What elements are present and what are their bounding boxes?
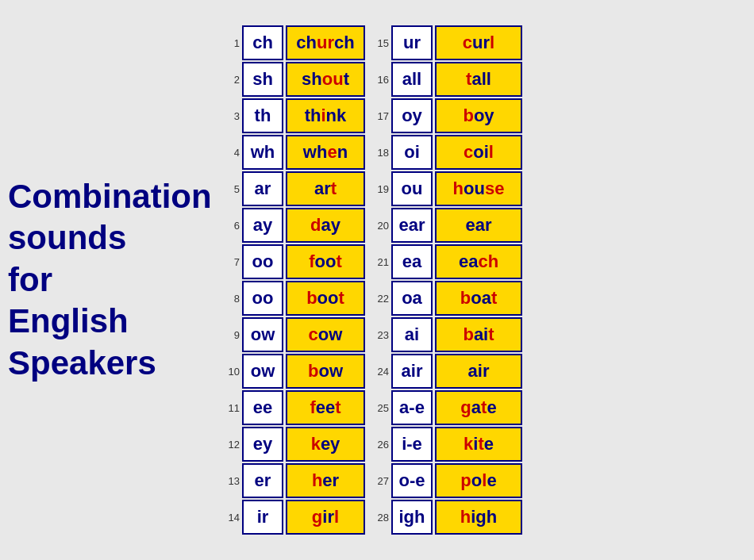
example-cell: girl (286, 500, 365, 535)
sound-cell: i-e (391, 427, 433, 462)
sound-cell: o-e (391, 463, 433, 498)
sound-cell: oo (242, 244, 283, 279)
table-row: 1chchurch (222, 25, 365, 60)
table-row: 6ayday (222, 208, 365, 243)
example-cell: key (286, 427, 365, 462)
left-table: 1chchurch2shshout3ththink4whwhen5arart6a… (222, 25, 365, 535)
sound-cell: sh (242, 62, 283, 97)
table-row: 22oaboat (371, 281, 522, 316)
table-row: 9owcow (222, 317, 365, 352)
table-row: 18oicoil (371, 135, 522, 170)
row-number: 26 (371, 439, 389, 451)
row-number: 28 (371, 512, 389, 524)
row-number: 6 (222, 220, 240, 232)
sound-cell: oa (391, 281, 433, 316)
row-number: 8 (222, 293, 240, 305)
table-row: 17oyboy (371, 98, 522, 133)
right-table: 15urcurl16alltall17oyboy18oicoil19ouhous… (371, 25, 522, 535)
example-cell: ear (435, 208, 522, 243)
row-number: 2 (222, 74, 240, 86)
row-number: 23 (371, 329, 389, 341)
row-number: 22 (371, 293, 389, 305)
example-cell: her (286, 463, 365, 498)
example-cell: bait (435, 317, 522, 352)
sound-cell: ow (242, 317, 283, 352)
row-number: 20 (371, 220, 389, 232)
example-cell: tall (435, 62, 522, 97)
example-cell: feet (286, 390, 365, 425)
table-row: 20earear (371, 208, 522, 243)
example-cell: each (435, 244, 522, 279)
table-row: 27o-epole (371, 463, 522, 498)
table-row: 5arart (222, 171, 365, 206)
row-number: 24 (371, 366, 389, 378)
sound-cell: oi (391, 135, 433, 170)
table-row: 19ouhouse (371, 171, 522, 206)
example-cell: coil (435, 135, 522, 170)
table-row: 13erher (222, 463, 365, 498)
sound-cell: ea (391, 244, 433, 279)
example-cell: boot (286, 281, 365, 316)
row-number: 19 (371, 183, 389, 195)
row-number: 18 (371, 147, 389, 159)
example-cell: boat (435, 281, 522, 316)
example-cell: shout (286, 62, 365, 97)
example-cell: think (286, 98, 365, 133)
row-number: 27 (371, 475, 389, 487)
example-cell: boy (435, 98, 522, 133)
table-section: 1chchurch2shshout3ththink4whwhen5arart6a… (222, 17, 530, 543)
row-number: 7 (222, 256, 240, 268)
example-cell: bow (286, 354, 365, 389)
sound-cell: er (242, 463, 283, 498)
row-number: 25 (371, 402, 389, 414)
table-row: 4whwhen (222, 135, 365, 170)
table-row: 26i-ekite (371, 427, 522, 462)
example-cell: kite (435, 427, 522, 462)
table-row: 11eefeet (222, 390, 365, 425)
row-number: 17 (371, 110, 389, 122)
table-row: 14irgirl (222, 500, 365, 535)
sound-cell: ir (242, 500, 283, 535)
example-cell: day (286, 208, 365, 243)
table-row: 23aibait (371, 317, 522, 352)
sound-cell: ch (242, 25, 283, 60)
example-cell: art (286, 171, 365, 206)
table-row: 7oofoot (222, 244, 365, 279)
row-number: 14 (222, 512, 240, 524)
example-cell: house (435, 171, 522, 206)
row-number: 9 (222, 329, 240, 341)
sound-cell: ou (391, 171, 433, 206)
row-number: 15 (371, 37, 389, 49)
table-row: 10owbow (222, 354, 365, 389)
table-row: 2shshout (222, 62, 365, 97)
sound-cell: th (242, 98, 283, 133)
sound-cell: ey (242, 427, 283, 462)
sound-cell: all (391, 62, 433, 97)
sound-cell: a-e (391, 390, 433, 425)
table-row: 15urcurl (371, 25, 522, 60)
sound-cell: wh (242, 135, 283, 170)
row-number: 5 (222, 183, 240, 195)
table-row: 21eaeach (371, 244, 522, 279)
example-cell: foot (286, 244, 365, 279)
example-cell: air (435, 354, 522, 389)
sound-cell: ee (242, 390, 283, 425)
page-title: CombinationsoundsforEnglishSpeakers (8, 176, 206, 385)
sound-cell: igh (391, 500, 433, 535)
row-number: 10 (222, 366, 240, 378)
sound-cell: air (391, 354, 433, 389)
example-cell: curl (435, 25, 522, 60)
example-cell: church (286, 25, 365, 60)
table-row: 12eykey (222, 427, 365, 462)
table-row: 8ooboot (222, 281, 365, 316)
row-number: 3 (222, 110, 240, 122)
row-number: 21 (371, 256, 389, 268)
sound-cell: ar (242, 171, 283, 206)
title-section: CombinationsoundsforEnglishSpeakers (0, 160, 222, 401)
sound-cell: oy (391, 98, 433, 133)
example-cell: high (435, 500, 522, 535)
sound-cell: ay (242, 208, 283, 243)
example-cell: cow (286, 317, 365, 352)
example-cell: gate (435, 390, 522, 425)
table-row: 16alltall (371, 62, 522, 97)
